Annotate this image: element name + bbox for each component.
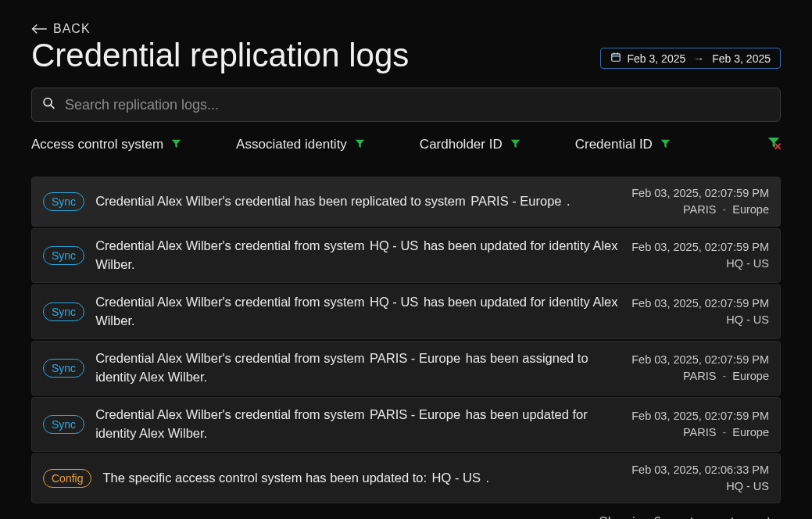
filter-label: Cardholder ID: [420, 137, 503, 152]
filter-access-control-system[interactable]: Access control system: [31, 137, 181, 152]
log-row[interactable]: SyncCredential Alex Wilber's credential …: [31, 397, 781, 452]
sync-badge: Sync: [43, 359, 84, 378]
funnel-icon: [660, 137, 671, 152]
log-location: PARIS - Europe: [631, 202, 769, 218]
log-location-primary: PARIS: [683, 426, 716, 438]
filter-cardholder-id[interactable]: Cardholder ID: [420, 137, 520, 152]
sync-badge: Sync: [43, 415, 84, 434]
arrow-right-icon: →: [692, 52, 706, 65]
funnel-icon: [355, 137, 365, 152]
log-row[interactable]: SyncCredential Alex Wilber's credential …: [31, 341, 781, 396]
log-location: PARIS - Europe: [631, 368, 769, 385]
log-location-primary: HQ - US: [726, 480, 769, 492]
log-meta: Feb 03, 2025, 02:07:59 PMPARIS - Europe: [631, 408, 769, 441]
log-location: PARIS - Europe: [631, 424, 769, 441]
log-system-name: HQ - US: [368, 295, 424, 309]
log-location-separator: -: [716, 426, 732, 438]
date-range-start: Feb 3, 2025: [628, 52, 686, 65]
log-system-name: PARIS - Europe: [368, 351, 466, 365]
calendar-icon: [610, 52, 621, 65]
log-location-secondary: Europe: [732, 203, 769, 216]
log-meta: Feb 03, 2025, 02:07:59 PMPARIS - Europe: [631, 352, 769, 385]
log-location-separator: -: [716, 370, 732, 382]
log-system-name: PARIS - Europe: [368, 407, 466, 421]
page-title: Credential replication logs: [31, 38, 409, 73]
filter-label: Access control system: [31, 137, 163, 152]
log-timestamp: Feb 03, 2025, 02:07:59 PM: [631, 352, 769, 368]
log-location-primary: PARIS: [683, 203, 716, 216]
sync-badge: Sync: [43, 192, 84, 211]
svg-line-6: [51, 105, 54, 108]
back-label: BACK: [53, 22, 91, 36]
config-badge: Config: [43, 469, 91, 488]
log-message-text: Credential Alex Wilber's credential from…: [95, 351, 368, 365]
date-range-picker[interactable]: Feb 3, 2025 → Feb 3, 2025: [600, 48, 781, 69]
sync-badge: Sync: [43, 302, 84, 321]
log-message: Credential Alex Wilber's credential has …: [95, 192, 621, 211]
log-row[interactable]: SyncCredential Alex Wilber's credential …: [31, 285, 781, 339]
log-meta: Feb 03, 2025, 02:07:59 PMHQ - US: [631, 295, 769, 328]
filter-credential-id[interactable]: Credential ID: [575, 137, 671, 152]
log-timestamp: Feb 03, 2025, 02:07:59 PM: [631, 408, 769, 424]
log-row[interactable]: SyncCredential Alex Wilber's credential …: [31, 177, 781, 227]
log-location-primary: PARIS: [683, 370, 716, 382]
log-message-text: .: [486, 471, 490, 485]
log-message-text: The specific access control system has b…: [102, 471, 430, 485]
log-row[interactable]: ConfigThe specific access control system…: [31, 453, 781, 503]
log-message-text: Credential Alex Wilber's credential from…: [95, 238, 368, 252]
log-message: Credential Alex Wilber's credential from…: [95, 293, 621, 331]
filter-label: Credential ID: [575, 137, 653, 152]
log-timestamp: Feb 03, 2025, 02:07:59 PM: [631, 185, 769, 202]
logs-list: SyncCredential Alex Wilber's credential …: [31, 177, 781, 503]
log-location-secondary: Europe: [732, 370, 769, 382]
search-input[interactable]: [31, 88, 781, 122]
log-meta: Feb 03, 2025, 02:07:59 PMHQ - US: [631, 239, 769, 272]
log-location-primary: HQ - US: [726, 313, 769, 326]
log-message-text: Credential Alex Wilber's credential from…: [95, 295, 368, 309]
log-message: Credential Alex Wilber's credential from…: [95, 237, 621, 274]
search-icon: [42, 97, 55, 113]
footer-summary: Showing 6 most recent events.: [31, 514, 781, 519]
log-meta: Feb 03, 2025, 02:07:59 PMPARIS - Europe: [631, 185, 769, 218]
arrow-left-icon: [31, 24, 47, 34]
log-message-text: .: [567, 194, 571, 208]
log-location-secondary: Europe: [732, 426, 769, 438]
log-row[interactable]: SyncCredential Alex Wilber's credential …: [31, 228, 781, 283]
svg-rect-1: [611, 54, 620, 61]
log-location: HQ - US: [631, 256, 769, 272]
back-button[interactable]: BACK: [31, 22, 781, 36]
clear-filters-button[interactable]: [767, 136, 781, 153]
sync-badge: Sync: [43, 246, 84, 265]
log-meta: Feb 03, 2025, 02:06:33 PMHQ - US: [631, 462, 769, 495]
log-location-primary: HQ - US: [726, 257, 769, 270]
log-timestamp: Feb 03, 2025, 02:07:59 PM: [631, 295, 769, 312]
date-range-end: Feb 3, 2025: [712, 52, 771, 65]
log-message-text: Credential Alex Wilber's credential has …: [95, 194, 469, 208]
funnel-icon: [171, 137, 181, 152]
log-message: The specific access control system has b…: [102, 469, 621, 488]
log-location-separator: -: [716, 203, 732, 216]
funnel-clear-icon: [767, 138, 781, 152]
log-system-name: HQ - US: [368, 238, 424, 252]
log-message: Credential Alex Wilber's credential from…: [95, 406, 621, 443]
log-location: HQ - US: [631, 312, 769, 328]
funnel-icon: [510, 137, 520, 152]
log-location: HQ - US: [631, 478, 769, 495]
filter-label: Associated identity: [236, 137, 347, 152]
log-message-text: Credential Alex Wilber's credential from…: [95, 407, 368, 421]
filter-associated-identity[interactable]: Associated identity: [236, 137, 365, 152]
log-timestamp: Feb 03, 2025, 02:06:33 PM: [631, 462, 769, 478]
log-timestamp: Feb 03, 2025, 02:07:59 PM: [631, 239, 769, 256]
log-system-name: HQ - US: [431, 471, 486, 485]
log-message: Credential Alex Wilber's credential from…: [95, 349, 621, 387]
log-system-name: PARIS - Europe: [469, 194, 567, 208]
